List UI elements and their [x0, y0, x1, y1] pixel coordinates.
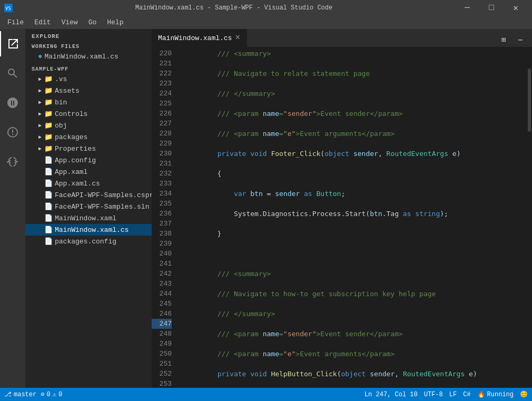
project-label: SAMPLE-WPF	[25, 64, 152, 73]
tree-app-config[interactable]: 📄 App.config	[25, 154, 152, 166]
svg-text:VS: VS	[5, 6, 11, 11]
code-area[interactable]: 220 221 222 223 224 225 226 227 228 229 …	[152, 47, 532, 388]
fire-icon: 🔥	[477, 390, 485, 398]
menu-file[interactable]: File	[2, 16, 29, 29]
chevron-right-icon: ▶	[36, 134, 44, 140]
file-icon: 📄	[44, 226, 53, 234]
file-icon: 📄	[44, 202, 53, 211]
git-branch-label: master	[14, 391, 36, 398]
close-button[interactable]: ✕	[504, 0, 528, 16]
file-encoding[interactable]: UTF-8	[424, 391, 443, 398]
maximize-button[interactable]: □	[479, 0, 504, 16]
tree-packages[interactable]: ▶ 📁 packages	[25, 131, 152, 143]
chevron-right-icon: ▶	[36, 76, 44, 82]
running-status[interactable]: 🔥 Running	[477, 390, 514, 398]
editor-tab-main[interactable]: MainWindow.xaml.cs ×	[152, 29, 247, 47]
folder-icon: 📁	[44, 86, 53, 95]
tab-close-button[interactable]: ×	[235, 33, 240, 43]
tree-vs[interactable]: ▶ 📁 .vs	[25, 73, 152, 85]
line-ending[interactable]: LF	[449, 391, 457, 398]
sidebar-title: EXPLORE	[25, 29, 152, 42]
language-mode[interactable]: C#	[463, 391, 470, 398]
tree-mainwindow-xaml[interactable]: 📄 MainWindow.xaml	[25, 212, 152, 224]
app-icon: VS	[4, 4, 13, 12]
menubar: File Edit View Go Help	[0, 16, 532, 29]
warning-count: 0	[58, 391, 62, 398]
tree-assets[interactable]: ▶ 📁 Assets	[25, 85, 152, 96]
folder-icon: 📁	[44, 144, 53, 153]
menu-view[interactable]: View	[56, 16, 83, 29]
file-icon: 📄	[44, 237, 53, 246]
error-count: 0	[46, 391, 50, 398]
folder-icon: 📁	[44, 133, 53, 141]
tree-packages-config[interactable]: 📄 packages.config	[25, 236, 152, 247]
tree-mainwindow-xaml-cs[interactable]: 📄 MainWindow.xaml.cs	[25, 224, 152, 236]
tree-app-xaml[interactable]: 📄 App.xaml	[25, 166, 152, 178]
cs-file-icon: ●	[38, 52, 42, 61]
cursor-position[interactable]: Ln 247, Col 10	[364, 391, 418, 398]
working-file-mainwindow[interactable]: ● MainWindow.xaml.cs	[25, 51, 152, 62]
warning-icon: ⚠	[53, 390, 56, 398]
menu-edit[interactable]: Edit	[29, 16, 56, 29]
editor-area: MainWindow.xaml.cs × ⊞ ⋯ 220 221 222 223…	[152, 29, 532, 388]
statusbar: ⎇ master ⊘ 0 ⚠ 0 Ln 247, Col 10 UTF-8 LF…	[0, 388, 532, 401]
chevron-right-icon: ▶	[36, 145, 44, 152]
tree-sln[interactable]: 📄 FaceAPI-WPF-Samples.sln	[25, 201, 152, 212]
titlebar: VS MainWindow.xaml.cs - Sample-WPF - Vis…	[0, 0, 532, 16]
activity-git[interactable]	[0, 90, 25, 115]
file-icon: 📄	[44, 214, 53, 222]
status-left: ⎇ master ⊘ 0 ⚠ 0	[4, 390, 62, 398]
file-icon: 📄	[44, 179, 53, 188]
file-icon: 📄	[44, 168, 53, 176]
language-text: C#	[463, 391, 470, 398]
status-right: Ln 247, Col 10 UTF-8 LF C# 🔥 Running 😊	[364, 390, 528, 398]
window-controls: ─ □ ✕	[455, 0, 528, 16]
vertical-scrollbar[interactable]	[527, 47, 532, 388]
git-branch[interactable]: ⎇ master	[4, 390, 36, 398]
menu-help[interactable]: Help	[102, 16, 129, 29]
folder-icon: 📁	[44, 110, 53, 118]
file-tree: ▶ 📁 .vs ▶ 📁 Assets ▶ 📁 bin ▶ 📁 Controls …	[25, 73, 152, 388]
code-editor[interactable]: /// <summary> /// Navigate to relate sta…	[178, 47, 527, 388]
errors-count[interactable]: ⊘ 0 ⚠ 0	[41, 390, 62, 398]
line-numbers: 220 221 222 223 224 225 226 227 228 229 …	[152, 47, 178, 388]
file-icon: 📄	[44, 156, 53, 164]
activity-extensions[interactable]	[0, 149, 25, 174]
file-icon: 📄	[44, 191, 53, 199]
line-ending-text: LF	[449, 391, 457, 398]
feedback-icon: 😊	[520, 390, 528, 398]
activity-explore[interactable]	[0, 31, 25, 56]
smiley-icon[interactable]: 😊	[520, 390, 528, 398]
activity-debug[interactable]	[0, 120, 25, 145]
chevron-right-icon: ▶	[36, 99, 44, 105]
tree-bin[interactable]: ▶ 📁 bin	[25, 96, 152, 108]
tree-obj[interactable]: ▶ 📁 obj	[25, 120, 152, 131]
tree-controls[interactable]: ▶ 📁 Controls	[25, 108, 152, 120]
tree-properties[interactable]: ▶ 📁 Properties	[25, 143, 152, 154]
tree-csproj[interactable]: 📄 FaceAPI-WPF-Samples.csproj	[25, 189, 152, 201]
folder-icon: 📁	[44, 98, 53, 106]
sidebar: EXPLORE WORKING FILES ● MainWindow.xaml.…	[25, 29, 152, 388]
activity-search[interactable]	[0, 61, 25, 86]
main-layout: EXPLORE WORKING FILES ● MainWindow.xaml.…	[0, 29, 532, 388]
scrollbar-thumb[interactable]	[528, 69, 531, 132]
menu-go[interactable]: Go	[83, 16, 102, 29]
chevron-right-icon: ▶	[36, 111, 44, 117]
split-editor-button[interactable]: ⊞	[496, 32, 511, 47]
activity-bar	[0, 29, 25, 388]
chevron-right-icon: ▶	[36, 122, 44, 129]
running-text: Running	[487, 391, 514, 398]
encoding-text: UTF-8	[424, 391, 443, 398]
minimize-button[interactable]: ─	[455, 0, 479, 16]
working-files-label: WORKING FILES	[25, 42, 152, 51]
working-file-name: MainWindow.xaml.cs	[44, 53, 118, 61]
position-text: Ln 247, Col 10	[364, 391, 418, 398]
folder-icon: 📁	[44, 121, 53, 130]
error-icon: ⊘	[41, 390, 44, 398]
tree-app-xaml-cs[interactable]: 📄 App.xaml.cs	[25, 178, 152, 189]
title-text: MainWindow.xaml.cs - Sample-WPF - Visual…	[17, 4, 451, 12]
more-actions-button[interactable]: ⋯	[513, 32, 528, 47]
git-icon: ⎇	[4, 390, 12, 398]
tab-bar: MainWindow.xaml.cs × ⊞ ⋯	[152, 29, 532, 47]
chevron-right-icon: ▶	[36, 87, 44, 94]
